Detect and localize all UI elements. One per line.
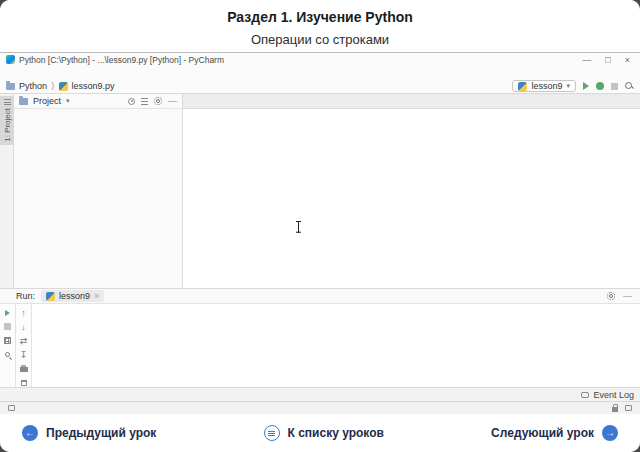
run-tab-lesson9[interactable]: lesson9 × (41, 290, 104, 302)
up-stack-trace-icon[interactable]: ↑ (21, 308, 26, 317)
editor-pane (183, 94, 640, 288)
project-stripe-label: 1: Project (3, 108, 12, 142)
editor-tab-bar (183, 94, 640, 109)
lesson-navigation: ← Предыдущий урок К списку уроков Следую… (0, 414, 640, 452)
section-title: Раздел 1. Изучение Python (0, 9, 640, 25)
lesson-header: Раздел 1. Изучение Python Операции со ст… (0, 0, 640, 52)
run-console-output[interactable] (32, 304, 640, 387)
down-stack-trace-icon[interactable]: ↓ (21, 322, 26, 331)
rerun-button[interactable] (5, 310, 10, 316)
close-button[interactable]: × (625, 55, 630, 65)
mouse-cursor-ibeam (295, 221, 302, 233)
project-tool-icon (4, 99, 11, 105)
folder-icon (6, 83, 15, 90)
window-title: Python [C:\Python] - ...\lesson9.py [Pyt… (19, 55, 582, 65)
run-panel-header: Run: lesson9 × — (0, 289, 640, 304)
maximize-button[interactable]: □ (605, 55, 610, 65)
search-everywhere-icon[interactable] (625, 82, 634, 91)
project-panel-header: Project ▾ — (14, 94, 182, 109)
left-tool-stripe: 1: Project (0, 94, 14, 288)
event-log-button[interactable]: Event Log (581, 390, 634, 400)
lock-icon[interactable] (612, 407, 618, 412)
event-log-icon (581, 392, 589, 398)
status-bar (0, 401, 640, 414)
run-panel-label: Run: (16, 291, 35, 301)
gear-icon[interactable] (607, 292, 615, 300)
run-configuration-label: lesson9 (531, 81, 562, 91)
tool-stripe-project-tab[interactable]: 1: Project (0, 96, 14, 145)
title-bar: Python [C:\Python] - ...\lesson9.py [Pyt… (0, 53, 640, 66)
pycharm-window: Python [C:\Python] - ...\lesson9.py [Pyt… (0, 52, 640, 413)
run-tab-label: lesson9 (59, 291, 90, 301)
tool-window-switcher-icon[interactable] (8, 405, 15, 411)
next-lesson-button[interactable]: Следующий урок → (491, 425, 618, 441)
stop-button[interactable] (611, 83, 618, 90)
run-tool-window: Run: lesson9 × — (0, 288, 640, 387)
pycharm-logo-icon (6, 55, 15, 64)
pin-tab-icon[interactable] (5, 352, 10, 357)
project-panel: Project ▾ — (14, 94, 183, 288)
next-lesson-label: Следующий урок (491, 426, 594, 440)
print-icon[interactable] (20, 367, 28, 372)
previous-lesson-label: Предыдущий урок (46, 426, 156, 440)
arrow-left-icon: ← (22, 425, 38, 441)
soft-wrap-icon[interactable]: ⇄ (20, 336, 28, 345)
python-file-icon (59, 82, 68, 91)
breadcrumb-separator: ⟩ (51, 81, 55, 91)
hide-panel-icon[interactable]: — (168, 96, 177, 106)
arrow-right-icon: → (602, 425, 618, 441)
list-icon (264, 425, 280, 441)
lesson-page: Раздел 1. Изучение Python Операции со ст… (0, 0, 640, 452)
lesson-subtitle: Операции со строками (0, 32, 640, 47)
restore-layout-icon[interactable] (4, 337, 11, 344)
hide-panel-icon[interactable]: — (623, 291, 632, 301)
previous-lesson-button[interactable]: ← Предыдущий урок (22, 425, 156, 441)
console-actions-column: ↑ ↓ ⇄ ↧ (16, 304, 32, 387)
breadcrumb-project[interactable]: Python (19, 81, 47, 91)
menu-bar (0, 66, 640, 79)
run-button[interactable] (583, 82, 589, 90)
scroll-to-end-icon[interactable]: ↧ (20, 350, 28, 359)
gear-icon[interactable] (154, 97, 162, 105)
code-editor[interactable] (183, 109, 640, 288)
chevron-down-icon[interactable]: ▾ (66, 97, 70, 105)
navigation-bar: Python ⟩ lesson9.py lesson9 ▾ (0, 79, 640, 94)
run-actions-column (0, 304, 16, 387)
run-configuration-select[interactable]: lesson9 ▾ (512, 80, 576, 92)
main-area: 1: Project Project ▾ — (0, 94, 640, 288)
project-tree (14, 109, 182, 110)
lesson-list-button[interactable]: К списку уроков (264, 425, 384, 441)
python-file-icon (46, 292, 55, 301)
minimize-button[interactable]: — (582, 55, 591, 65)
clear-all-icon[interactable] (21, 380, 27, 386)
python-file-icon (518, 82, 527, 91)
event-log-label: Event Log (593, 390, 634, 400)
chevron-down-icon: ▾ (566, 82, 570, 90)
debug-button[interactable] (596, 82, 604, 90)
lesson-list-label: К списку уроков (288, 426, 384, 440)
close-icon[interactable]: × (94, 291, 99, 301)
breadcrumb-file[interactable]: lesson9.py (72, 81, 115, 91)
project-panel-title: Project (33, 96, 61, 106)
indicator-icon[interactable] (625, 405, 632, 411)
project-icon (19, 98, 28, 105)
stop-process-button[interactable] (4, 323, 11, 330)
tool-window-bar: Event Log (0, 387, 640, 401)
locate-file-icon[interactable] (128, 98, 135, 105)
collapse-all-icon[interactable] (141, 98, 148, 105)
